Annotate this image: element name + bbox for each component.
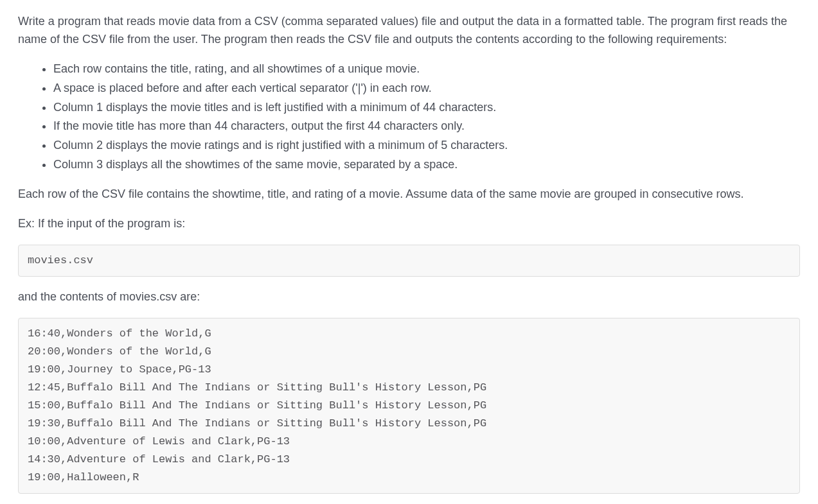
list-item: If the movie title has more than 44 char… (53, 117, 800, 135)
requirements-list: Each row contains the title, rating, and… (18, 60, 800, 174)
example-input-code: movies.csv (18, 245, 800, 277)
list-item: Each row contains the title, rating, and… (53, 60, 800, 78)
list-item: A space is placed before and after each … (53, 80, 800, 98)
example-input-label: Ex: If the input of the program is: (18, 215, 800, 233)
list-item: Column 2 displays the movie ratings and … (53, 137, 800, 155)
csv-contents-label: and the contents of movies.csv are: (18, 288, 800, 306)
list-item: Column 1 displays the movie titles and i… (53, 99, 800, 117)
csv-row-description: Each row of the CSV file contains the sh… (18, 186, 800, 204)
intro-paragraph: Write a program that reads movie data fr… (18, 13, 800, 49)
list-item: Column 3 displays all the showtimes of t… (53, 156, 800, 174)
csv-contents-code: 16:40,Wonders of the World,G 20:00,Wonde… (18, 318, 800, 494)
